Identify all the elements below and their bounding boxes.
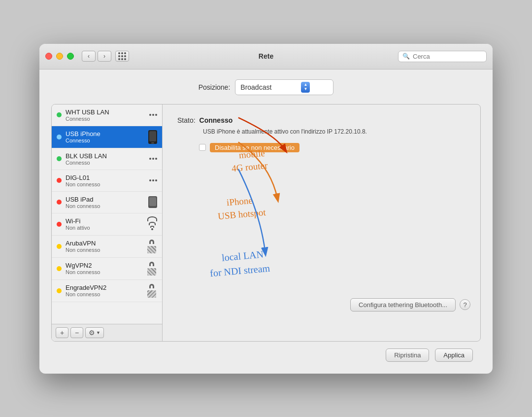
status-dot-red <box>57 200 62 205</box>
sidebar-item-usb-iphone[interactable]: USB iPhone Connesso <box>52 126 162 148</box>
item-name: DIG-L01 <box>66 174 145 181</box>
tablet-icon <box>148 196 157 208</box>
forward-button[interactable]: › <box>98 51 111 62</box>
sidebar-item-wifi[interactable]: Wi-Fi Non attivo <box>52 213 162 236</box>
maximize-button[interactable] <box>67 53 74 60</box>
posizione-chevron-icon: ▲ ▼ <box>301 82 310 93</box>
nav-buttons: ‹ › <box>82 51 129 62</box>
item-name: BLK USB LAN <box>66 152 145 160</box>
item-name: USB iPhone <box>66 130 144 138</box>
sidebar: WHT USB LAN Connesso USB iPhone Connesso <box>52 104 163 341</box>
help-button[interactable]: ? <box>460 299 470 310</box>
status-dot-red <box>57 222 62 227</box>
window-title: Rete <box>259 52 273 60</box>
close-button[interactable] <box>45 53 52 60</box>
gear-button[interactable]: ⚙ ▼ <box>85 327 104 338</box>
three-dots-icon <box>149 114 157 116</box>
sidebar-list: WHT USB LAN Connesso USB iPhone Connesso <box>52 104 162 324</box>
stato-desc: USB iPhone è attualmente attivo con l'in… <box>203 128 466 135</box>
sidebar-item-wgvpn2[interactable]: WgVPN2 Non connesso <box>52 258 162 280</box>
lock-icon <box>146 240 157 253</box>
item-name: WgVPN2 <box>66 262 142 269</box>
lock-icon <box>146 262 157 276</box>
disable-label: Disabilita se non necessario <box>210 143 299 152</box>
status-dot-yellow <box>57 288 62 293</box>
window: ‹ › Rete 🔍 Posizione: Broadcast ▲ <box>39 44 493 374</box>
applica-button[interactable]: Applica <box>435 348 473 362</box>
content: Posizione: Broadcast ▲ ▼ WHT USB LAN <box>39 70 493 374</box>
sidebar-item-blk-usb-lan[interactable]: BLK USB LAN Connesso <box>52 148 162 170</box>
annotation-hotspot: USB hotspot <box>217 207 266 221</box>
gear-icon: ⚙ <box>89 329 95 337</box>
sidebar-item-usb-ipad[interactable]: USB iPad Non connesso <box>52 192 162 213</box>
sidebar-item-dig-l01[interactable]: DIG-L01 Non connesso <box>52 170 162 192</box>
item-name: EngradeVPN2 <box>66 284 142 291</box>
sidebar-item-aruba-vpn[interactable]: ArubaVPN Non connesso <box>52 236 162 258</box>
sidebar-toolbar: + − ⚙ ▼ <box>52 324 162 341</box>
disable-checkbox[interactable] <box>199 144 206 151</box>
item-name: WHT USB LAN <box>66 108 145 116</box>
bottom-buttons: Ripristina Applica <box>51 342 481 364</box>
phone-icon <box>148 130 157 144</box>
status-dot-red <box>57 178 62 183</box>
sidebar-item-engradevpn2[interactable]: EngradeVPN2 Non connesso <box>52 280 162 302</box>
posizione-label: Posizione: <box>199 83 231 91</box>
posizione-value: Broadcast <box>240 83 271 91</box>
stato-value: Connesso <box>200 116 233 124</box>
sidebar-item-wht-usb-lan[interactable]: WHT USB LAN Connesso <box>52 104 162 126</box>
annotation-router: 4G router <box>231 160 268 174</box>
search-icon: 🔍 <box>402 53 410 60</box>
search-input[interactable] <box>413 53 482 60</box>
remove-button[interactable]: − <box>70 327 83 338</box>
configure-bluetooth-button[interactable]: Configura tethering Bluetooth... <box>350 298 456 312</box>
detail-panel: Stato: Connesso USB iPhone è attualmente… <box>163 104 480 341</box>
lock-striped-icon <box>146 284 157 298</box>
status-dot-green <box>57 156 62 161</box>
item-status: Non connesso <box>66 247 142 253</box>
three-dots-icon <box>149 158 157 160</box>
traffic-lights <box>45 53 74 60</box>
minimize-button[interactable] <box>56 53 63 60</box>
gear-chevron-icon: ▼ <box>96 330 100 335</box>
item-name: USB iPad <box>66 196 144 203</box>
wifi-icon <box>147 216 157 230</box>
item-status: Non connesso <box>66 269 142 275</box>
annotation-ndi-stream: for NDI stream <box>209 262 270 279</box>
ripristina-button[interactable]: Ripristina <box>386 348 429 362</box>
item-status: Non connesso <box>66 181 145 187</box>
back-button[interactable]: ‹ <box>82 51 96 62</box>
posizione-select[interactable]: Broadcast ▲ ▼ <box>235 79 333 95</box>
posizione-row: Posizione: Broadcast ▲ ▼ <box>51 79 481 95</box>
main-panel: WHT USB LAN Connesso USB iPhone Connesso <box>51 104 481 342</box>
item-name: ArubaVPN <box>66 240 142 247</box>
item-status: Connesso <box>66 160 145 166</box>
three-dots-icon <box>149 179 157 181</box>
search-box[interactable]: 🔍 <box>398 51 487 62</box>
item-status: Connesso <box>66 116 145 122</box>
titlebar: ‹ › Rete 🔍 <box>39 44 493 70</box>
disable-row: Disabilita se non necessario <box>199 143 466 152</box>
item-status: Non attivo <box>66 225 143 231</box>
item-status: Non connesso <box>66 291 142 297</box>
item-name: Wi-Fi <box>66 217 143 225</box>
status-dot-green <box>57 135 62 139</box>
apps-button[interactable] <box>115 51 129 62</box>
status-dot-yellow <box>57 266 62 271</box>
annotation-local-lan: local LAN <box>221 248 264 263</box>
status-dot-green <box>57 112 62 117</box>
status-dot-yellow <box>57 244 62 249</box>
add-button[interactable]: + <box>56 327 68 338</box>
stato-row: Stato: Connesso <box>177 116 466 124</box>
annotation-iphone: iPhone <box>226 195 253 208</box>
stato-label: Stato: <box>177 116 196 124</box>
item-status: Non connesso <box>66 203 144 209</box>
item-status: Connesso <box>66 138 144 143</box>
